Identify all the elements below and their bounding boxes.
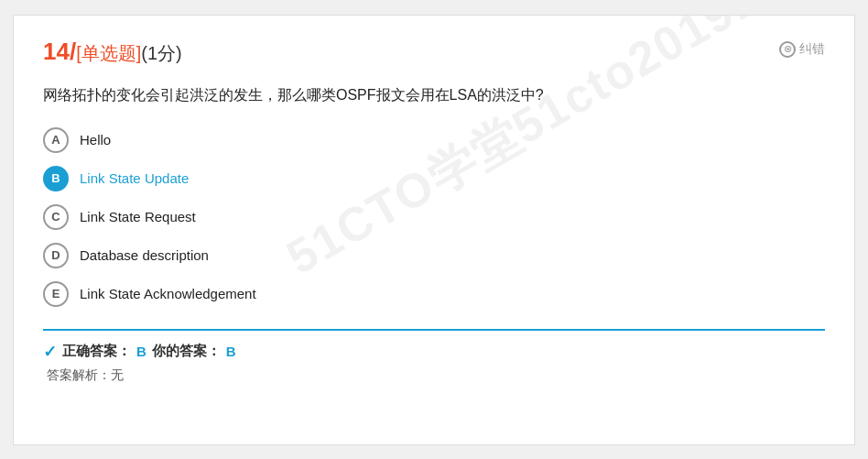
- question-type: [单选题]: [76, 43, 141, 63]
- question-card: 51CTO学堂51cto201911 14/[单选题](1分) ⊗ 纠错 网络拓…: [13, 15, 855, 445]
- option-e-label: Link State Acknowledgement: [80, 286, 256, 301]
- header-row: 14/[单选题](1分) ⊗ 纠错: [43, 38, 825, 66]
- option-b[interactable]: B Link State Update: [43, 166, 825, 191]
- option-e[interactable]: E Link State Acknowledgement: [43, 281, 825, 307]
- option-a-circle: A: [43, 127, 69, 153]
- error-button[interactable]: ⊗ 纠错: [779, 41, 825, 58]
- question-number: 14/: [43, 38, 76, 65]
- option-d[interactable]: D Database description: [43, 243, 825, 268]
- option-a-label: Hello: [80, 132, 111, 148]
- correct-answer-label: 正确答案：: [62, 343, 131, 360]
- question-score: (1分): [141, 43, 181, 63]
- answer-row: ✓ 正确答案： B 你的答案： B: [43, 342, 825, 362]
- question-header: 14/[单选题](1分): [43, 38, 182, 66]
- analysis-text: 答案解析：无: [43, 367, 825, 384]
- error-label: 纠错: [799, 41, 825, 58]
- checkmark-icon: ✓: [43, 342, 57, 362]
- option-c[interactable]: C Link State Request: [43, 204, 825, 230]
- option-b-label: Link State Update: [80, 170, 189, 186]
- option-d-label: Database description: [80, 247, 209, 263]
- your-answer-value: B: [226, 344, 236, 359]
- correct-answer-value: B: [136, 344, 146, 359]
- error-icon: ⊗: [779, 41, 796, 58]
- your-answer-label: 你的答案：: [152, 343, 221, 360]
- option-a[interactable]: A Hello: [43, 127, 825, 153]
- answer-section: ✓ 正确答案： B 你的答案： B 答案解析：无: [43, 329, 825, 384]
- option-d-circle: D: [43, 243, 69, 268]
- option-b-circle: B: [43, 166, 69, 191]
- option-list: A Hello B Link State Update C Link State…: [43, 127, 825, 307]
- option-c-circle: C: [43, 204, 69, 230]
- option-c-label: Link State Request: [80, 209, 196, 224]
- question-text: 网络拓扑的变化会引起洪泛的发生，那么哪类OSPF报文会用在LSA的洪泛中?: [43, 82, 825, 107]
- option-e-circle: E: [43, 281, 69, 307]
